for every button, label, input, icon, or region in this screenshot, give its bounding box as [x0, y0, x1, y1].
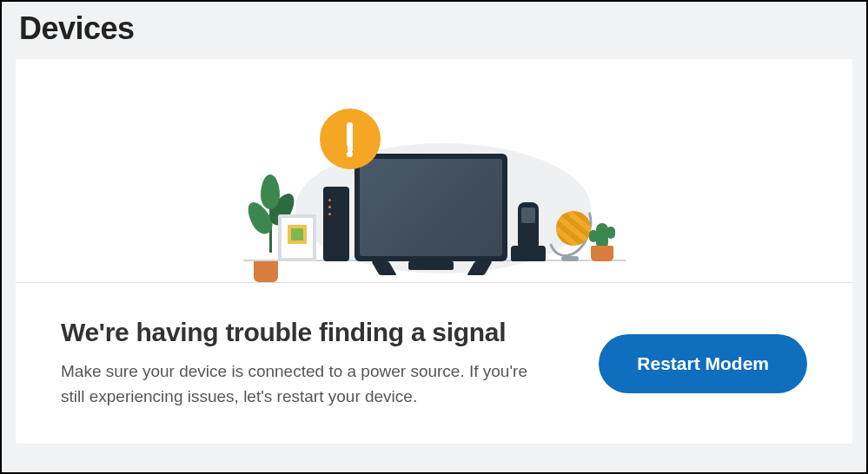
devices-illustration — [243, 109, 626, 282]
alert-heading: We're having trouble finding a signal — [61, 318, 564, 347]
restart-modem-button[interactable]: Restart Modem — [599, 334, 807, 393]
modem-icon — [323, 187, 349, 261]
phone-screen-icon — [521, 207, 535, 223]
alert-message-section: We're having trouble finding a signal Ma… — [16, 283, 852, 444]
plant-pot-icon — [254, 261, 278, 282]
alert-description: Make sure your device is connected to a … — [61, 359, 530, 409]
tv-stand-icon — [408, 261, 454, 270]
warning-icon — [320, 109, 381, 169]
page-title: Devices — [19, 10, 849, 47]
tv-icon — [354, 154, 507, 261]
page-header: Devices — [2, 2, 866, 59]
illustration-panel — [16, 59, 852, 283]
globe-icon — [551, 201, 589, 261]
devices-alert-card: We're having trouble finding a signal Ma… — [16, 59, 852, 444]
cactus-pot-icon — [591, 246, 613, 261]
phone-base-icon — [511, 246, 546, 261]
picture-frame-icon — [278, 214, 316, 261]
alert-text: We're having trouble finding a signal Ma… — [61, 318, 564, 409]
